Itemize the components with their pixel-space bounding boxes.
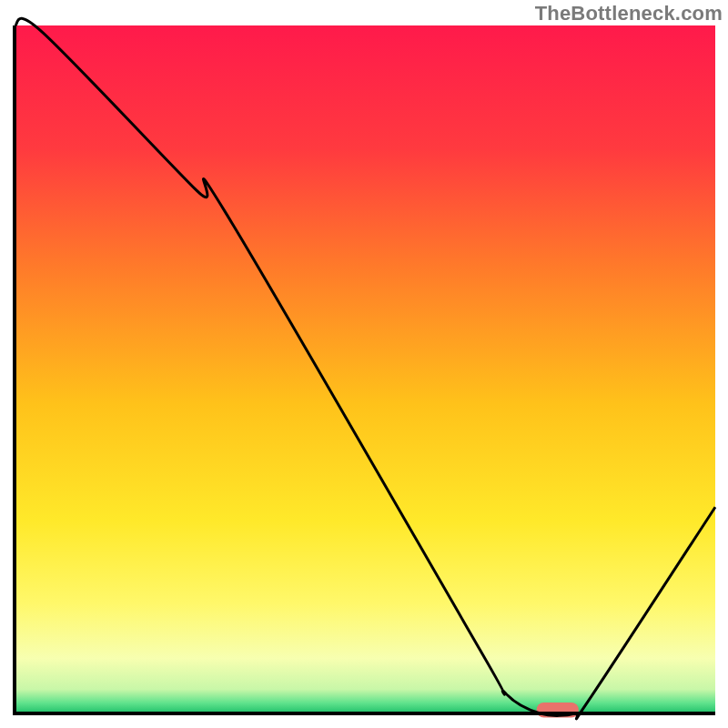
plot-background xyxy=(15,25,715,713)
watermark-text: TheBottleneck.com xyxy=(535,2,723,25)
bottleneck-chart xyxy=(0,0,728,728)
